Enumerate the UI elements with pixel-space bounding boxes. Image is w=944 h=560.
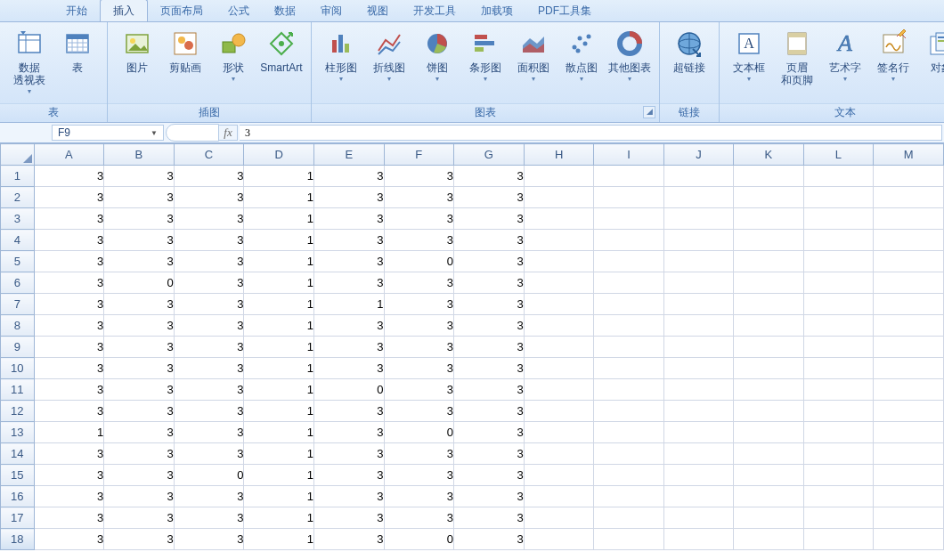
cell-D6[interactable]: 1 [244,272,314,294]
cell-A13[interactable]: 1 [34,422,104,443]
cell-J11[interactable] [663,379,733,401]
cell-F8[interactable]: 3 [384,315,454,337]
bar-chart-button[interactable]: 条形图▾ [461,26,509,83]
select-all-corner[interactable] [1,144,35,166]
cell-B7[interactable]: 3 [104,294,175,315]
tab-数据[interactable]: 数据 [262,0,308,21]
cell-F7[interactable]: 3 [384,294,454,315]
tab-插入[interactable]: 插入 [100,0,148,21]
col-header-E[interactable]: E [313,144,384,166]
cell-K1[interactable] [734,166,804,187]
cell-M8[interactable] [874,315,944,337]
cell-A7[interactable]: 3 [34,294,104,315]
cell-G17[interactable]: 3 [454,507,525,529]
cell-B4[interactable]: 3 [104,230,175,251]
cell-C13[interactable]: 3 [174,422,244,443]
cell-C3[interactable]: 3 [174,208,244,230]
cell-M10[interactable] [874,358,944,379]
cell-B15[interactable]: 3 [104,465,175,486]
cell-I11[interactable] [594,379,663,401]
row-header-3[interactable]: 3 [1,208,35,230]
cell-J3[interactable] [663,208,733,230]
cell-M5[interactable] [874,251,944,272]
cell-H2[interactable] [524,187,594,208]
cell-E12[interactable]: 3 [313,401,384,422]
shapes-button[interactable]: 形状▾ [209,26,257,83]
cell-M7[interactable] [874,294,944,315]
cell-K3[interactable] [734,208,804,230]
cell-J9[interactable] [663,337,733,358]
header-footer-button[interactable]: 页眉和页脚 [773,26,821,86]
cell-L2[interactable] [803,187,874,208]
cell-M9[interactable] [874,337,944,358]
cell-A15[interactable]: 3 [34,465,104,486]
cell-E5[interactable]: 3 [313,251,384,272]
pie-chart-button[interactable]: 饼图▾ [413,26,461,83]
cell-C16[interactable]: 3 [174,486,244,507]
row-header-7[interactable]: 7 [1,294,35,315]
cell-D7[interactable]: 1 [244,294,314,315]
cell-H14[interactable] [524,443,594,465]
cell-D14[interactable]: 1 [244,443,314,465]
tab-页面布局[interactable]: 页面布局 [148,0,216,21]
picture-button[interactable]: 图片 [113,26,161,74]
cell-L1[interactable] [803,166,874,187]
cell-F9[interactable]: 3 [384,337,454,358]
cell-G13[interactable]: 3 [454,422,525,443]
cell-I7[interactable] [594,294,663,315]
cell-A17[interactable]: 3 [34,507,104,529]
col-header-I[interactable]: I [594,144,663,166]
cell-D13[interactable]: 1 [244,422,314,443]
cell-M6[interactable] [874,272,944,294]
cell-A8[interactable]: 3 [34,315,104,337]
cell-B16[interactable]: 3 [104,486,175,507]
cell-J15[interactable] [663,465,733,486]
cell-E16[interactable]: 3 [313,486,384,507]
cell-E2[interactable]: 3 [313,187,384,208]
cell-F16[interactable]: 3 [384,486,454,507]
cell-K2[interactable] [734,187,804,208]
cell-E15[interactable]: 3 [313,465,384,486]
cell-A11[interactable]: 3 [34,379,104,401]
cell-B6[interactable]: 0 [104,272,175,294]
cell-H12[interactable] [524,401,594,422]
cell-H3[interactable] [524,208,594,230]
signature-button[interactable]: 签名行▾ [869,26,917,83]
cell-H10[interactable] [524,358,594,379]
row-header-4[interactable]: 4 [1,230,35,251]
cell-M16[interactable] [874,486,944,507]
other-chart-button[interactable]: 其他图表▾ [606,26,654,83]
row-header-6[interactable]: 6 [1,272,35,294]
cell-B8[interactable]: 3 [104,315,175,337]
formula-input[interactable]: 3 [240,125,942,141]
cell-H9[interactable] [524,337,594,358]
row-header-2[interactable]: 2 [1,187,35,208]
cell-C15[interactable]: 0 [174,465,244,486]
cell-L3[interactable] [803,208,874,230]
cell-A6[interactable]: 3 [34,272,104,294]
cell-C1[interactable]: 3 [174,166,244,187]
cell-C10[interactable]: 3 [174,358,244,379]
cell-D4[interactable]: 1 [244,230,314,251]
cell-D3[interactable]: 1 [244,208,314,230]
cell-K8[interactable] [734,315,804,337]
cell-M13[interactable] [874,422,944,443]
row-header-17[interactable]: 17 [1,507,35,529]
pivot-table-button[interactable]: 数据透视表▾ [5,26,53,95]
cell-F11[interactable]: 3 [384,379,454,401]
cell-F3[interactable]: 3 [384,208,454,230]
cell-L11[interactable] [803,379,874,401]
cell-E3[interactable]: 3 [313,208,384,230]
cell-I4[interactable] [594,230,663,251]
cell-M11[interactable] [874,379,944,401]
cell-L18[interactable] [803,529,874,550]
cell-G16[interactable]: 3 [454,486,525,507]
cell-B17[interactable]: 3 [104,507,175,529]
tab-开始[interactable]: 开始 [53,0,100,21]
row-header-13[interactable]: 13 [1,422,35,443]
row-header-18[interactable]: 18 [1,529,35,550]
cell-I8[interactable] [594,315,663,337]
cell-K12[interactable] [734,401,804,422]
cell-B13[interactable]: 3 [104,422,175,443]
col-header-B[interactable]: B [104,144,175,166]
